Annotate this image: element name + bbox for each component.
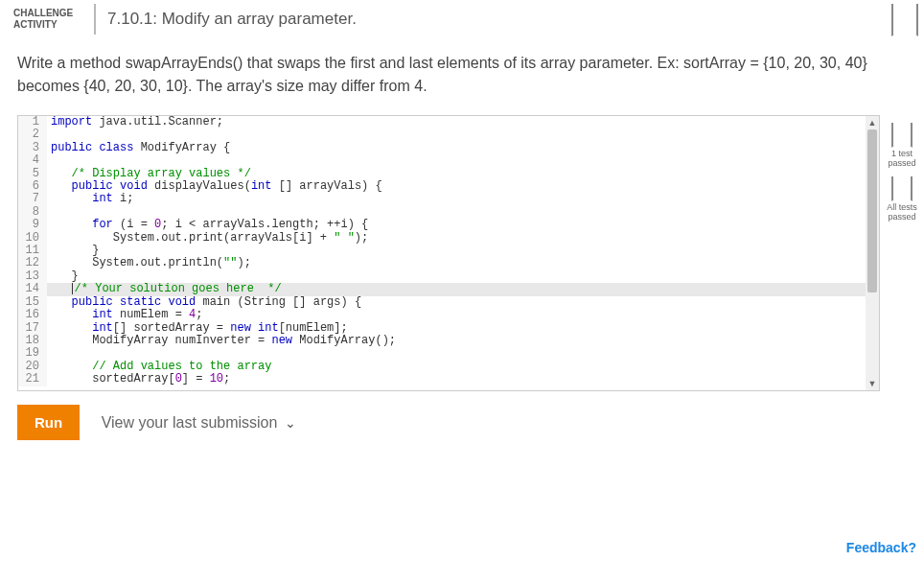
run-button[interactable]: Run [17, 405, 80, 440]
all-tests-passed-badge: All tests passed [886, 176, 918, 222]
challenge-activity-label: CHALLENGE ACTIVITY [13, 8, 82, 31]
code-content[interactable]: System.out.println(""); [47, 257, 251, 269]
line-number: 18 [18, 335, 47, 347]
code-content[interactable]: /* Your solution goes here */ [47, 283, 282, 296]
status-text: passed [886, 159, 918, 169]
code-line[interactable]: 5 /* Display array values */ [18, 168, 879, 180]
code-content[interactable]: int[] sortedArray = new int[numElem]; [47, 322, 348, 335]
code-content[interactable]: public void displayValues(int [] arrayVa… [47, 180, 382, 193]
line-number: 8 [18, 206, 47, 219]
line-number: 9 [18, 219, 47, 231]
code-line[interactable]: 2 [18, 129, 879, 141]
one-test-passed-badge: 1 test passed [886, 123, 918, 169]
code-line[interactable]: 18 ModifyArray numInverter = new ModifyA… [18, 335, 879, 347]
code-content[interactable]: sortedArray[0] = 10; [47, 373, 230, 386]
line-number: 21 [18, 373, 47, 386]
code-content[interactable] [47, 206, 51, 219]
code-line[interactable]: 6 public void displayValues(int [] array… [18, 180, 879, 193]
code-line[interactable]: 7 int i; [18, 193, 879, 205]
challenge-label-line1: CHALLENGE [13, 8, 82, 19]
line-number: 3 [18, 142, 47, 154]
bookmark-icon[interactable] [891, 4, 918, 36]
code-content[interactable]: public class ModifyArray { [47, 142, 230, 154]
badge-icon [891, 176, 912, 201]
code-content[interactable]: public static void main (String [] args)… [47, 296, 361, 309]
code-content[interactable]: /* Display array values */ [47, 168, 251, 180]
code-content[interactable] [47, 129, 51, 141]
challenge-label-line2: ACTIVITY [13, 19, 82, 31]
scroll-down-icon[interactable]: ▼ [866, 377, 879, 390]
code-content[interactable]: ModifyArray numInverter = new ModifyArra… [47, 335, 396, 347]
feedback-link[interactable]: Feedback? [846, 540, 916, 555]
code-line[interactable]: 20 // Add values to the array [18, 361, 879, 373]
line-number: 17 [18, 322, 47, 335]
code-content[interactable]: } [47, 245, 99, 257]
code-content[interactable]: int i; [47, 193, 133, 205]
line-number: 16 [18, 309, 47, 321]
line-number: 6 [18, 180, 47, 193]
code-line[interactable]: 19 [18, 347, 879, 360]
line-number: 12 [18, 257, 47, 269]
line-number: 2 [18, 129, 47, 141]
activity-title: 7.10.1: Modify an array parameter. [107, 10, 357, 29]
code-editor[interactable]: 1import java.util.Scanner;23public class… [17, 115, 880, 391]
chevron-down-icon: ⌄ [285, 415, 296, 431]
activity-description: Write a method swapArrayEnds() that swap… [0, 38, 924, 115]
scrollbar[interactable]: ▲ ▼ [866, 116, 879, 390]
code-line[interactable]: 13 } [18, 270, 879, 283]
code-line[interactable]: 11 } [18, 245, 879, 257]
code-line[interactable]: 17 int[] sortedArray = new int[numElem]; [18, 322, 879, 335]
code-content[interactable]: System.out.print(arrayVals[i] + " "); [47, 232, 368, 245]
code-content[interactable] [47, 347, 51, 360]
line-number: 5 [18, 168, 47, 180]
line-number: 15 [18, 296, 47, 309]
line-number: 14 [18, 283, 47, 296]
header-divider [94, 4, 96, 35]
scroll-up-icon[interactable]: ▲ [866, 116, 879, 129]
code-content[interactable]: } [47, 270, 79, 283]
code-line[interactable]: 4 [18, 154, 879, 167]
line-number: 10 [18, 232, 47, 245]
header: CHALLENGE ACTIVITY 7.10.1: Modify an arr… [0, 0, 924, 38]
code-line[interactable]: 14 /* Your solution goes here */ [18, 283, 879, 296]
line-number: 7 [18, 193, 47, 205]
code-content[interactable]: int numElem = 4; [47, 309, 202, 321]
code-line[interactable]: 21 sortedArray[0] = 10; [18, 373, 879, 386]
code-content[interactable] [47, 154, 51, 167]
line-number: 19 [18, 347, 47, 360]
code-line[interactable]: 3public class ModifyArray { [18, 142, 879, 154]
line-number: 13 [18, 270, 47, 283]
scroll-thumb[interactable] [867, 129, 877, 292]
line-number: 4 [18, 154, 47, 167]
code-line[interactable]: 1import java.util.Scanner; [18, 116, 879, 129]
code-content[interactable]: // Add values to the array [47, 361, 271, 373]
code-line[interactable]: 16 int numElem = 4; [18, 309, 879, 321]
code-line[interactable]: 10 System.out.print(arrayVals[i] + " "); [18, 232, 879, 245]
test-status-panel: 1 test passed All tests passed [880, 115, 918, 391]
code-line[interactable]: 15 public static void main (String [] ar… [18, 296, 879, 309]
code-content[interactable]: for (i = 0; i < arrayVals.length; ++i) { [47, 219, 368, 231]
line-number: 20 [18, 361, 47, 373]
status-text: passed [886, 213, 918, 222]
code-line[interactable]: 9 for (i = 0; i < arrayVals.length; ++i)… [18, 219, 879, 231]
last-submission-label: View your last submission [102, 414, 278, 432]
badge-icon [891, 123, 912, 148]
line-number: 1 [18, 116, 47, 129]
code-line[interactable]: 12 System.out.println(""); [18, 257, 879, 269]
line-number: 11 [18, 245, 47, 257]
view-last-submission-link[interactable]: View your last submission ⌄ [102, 414, 297, 432]
code-content[interactable]: import java.util.Scanner; [47, 116, 223, 129]
code-line[interactable]: 8 [18, 206, 879, 219]
